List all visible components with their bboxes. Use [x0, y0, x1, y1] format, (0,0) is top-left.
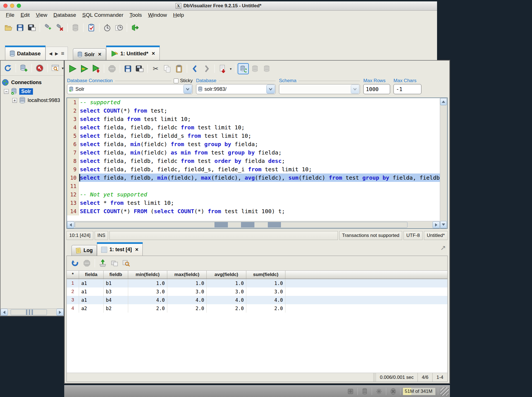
window-fit-icon[interactable]	[346, 387, 355, 396]
titlebar[interactable]: X DbVisualizer Free 9.2.15 - Untitled*	[0, 1, 437, 11]
editor-line[interactable]: 6select fielda, min(fieldc) from test gr…	[67, 140, 440, 148]
grid-column-header[interactable]: fieldb	[104, 271, 128, 279]
scroll-right-icon[interactable]	[433, 221, 440, 228]
grid-cell[interactable]: 3.0	[167, 287, 207, 296]
tab-result-close-icon[interactable]: ×	[135, 246, 139, 253]
grid-cell[interactable]: b1	[104, 279, 128, 287]
grid-column-header[interactable]: min(fieldc)	[128, 271, 167, 279]
status-database-icon[interactable]	[360, 387, 369, 396]
execute-buffer-icon[interactable]	[90, 63, 102, 74]
scroll-thumb[interactable]	[75, 222, 407, 228]
open-folder-icon[interactable]	[3, 22, 14, 33]
editor-line[interactable]: 1-- supported	[67, 98, 440, 106]
execute-icon[interactable]	[67, 63, 78, 74]
grid-cell[interactable]: 1.0	[246, 279, 285, 287]
schema-combobox[interactable]	[279, 84, 360, 94]
expand-icon[interactable]: +	[12, 98, 17, 103]
sticky-checkbox[interactable]	[174, 79, 178, 83]
grid-row[interactable]: 4a2b22.02.02.02.0	[67, 304, 447, 313]
disconnect-red-icon[interactable]	[34, 63, 45, 74]
copy-icon[interactable]	[162, 63, 173, 74]
grid-cell[interactable]: 2.0	[167, 304, 207, 313]
disconnect-icon[interactable]	[54, 22, 65, 33]
tab-database[interactable]: Database	[5, 47, 46, 60]
grid-cell[interactable]: 1.0	[207, 279, 246, 287]
grid-cell[interactable]: 1.0	[128, 279, 167, 287]
menu-edit[interactable]: Edit	[18, 11, 33, 19]
grid-print-icon[interactable]	[109, 258, 120, 269]
editor-line[interactable]: 13select * from test limit 10;	[67, 199, 440, 207]
maximize-results-icon[interactable]: ↗	[440, 244, 446, 252]
menu-file[interactable]: File	[3, 11, 18, 19]
import-icon[interactable]	[129, 22, 140, 33]
editor-line[interactable]: 4select fielda, fieldb, fieldc from test…	[67, 123, 440, 132]
editor-h-scrollbar[interactable]	[67, 221, 440, 228]
result-grid[interactable]: *fieldafieldbmin(fieldc)max(fieldc)avg(f…	[67, 270, 447, 373]
status-cancel-icon[interactable]	[388, 387, 398, 396]
grid-column-header[interactable]: *	[67, 271, 79, 279]
editor-line[interactable]: 2select COUNT(*) from test;	[67, 106, 440, 115]
nav-next-icon[interactable]: ▶	[55, 51, 58, 56]
stop-icon[interactable]	[106, 63, 118, 74]
scroll-right-icon[interactable]	[56, 309, 64, 316]
sql-editor[interactable]: 1-- supported2select COUNT(*) from test;…	[66, 98, 447, 229]
editor-line[interactable]: 11	[67, 182, 440, 190]
resize-grip[interactable]	[440, 387, 449, 396]
commit-dropdown-caret[interactable]: ▾	[230, 67, 232, 71]
grid-cell[interactable]: a1	[79, 296, 104, 304]
editor-line[interactable]: 9select fielda, fieldb, fieldc, fieldd_s…	[67, 165, 440, 173]
grid-cell[interactable]: 2.0	[246, 304, 285, 313]
scheduler-icon[interactable]	[113, 22, 125, 33]
grid-cell[interactable]: 4.0	[167, 296, 207, 304]
editor-lines[interactable]: 1-- supported2select COUNT(*) from test;…	[67, 98, 440, 215]
editor-line[interactable]: 10select fielda, fieldb, min(fieldc), ma…	[67, 173, 440, 182]
schema-dropdown-icon[interactable]	[351, 85, 359, 94]
menu-tools[interactable]: Tools	[127, 11, 145, 19]
find-dropdown-caret[interactable]: ▾	[62, 66, 64, 70]
clipboard-check-icon[interactable]	[86, 22, 97, 33]
tab-result-grid[interactable]: 1: test [4] ×	[97, 243, 143, 256]
menu-view[interactable]: View	[33, 11, 50, 19]
tab-untitled[interactable]: 1: Untitled* ×	[106, 47, 160, 60]
create-connection-icon[interactable]	[18, 63, 29, 74]
database-gray-icon[interactable]	[70, 22, 81, 33]
connections-h-scrollbar[interactable]	[1, 308, 64, 316]
editor-line[interactable]: 5select fielda, fieldb, fieldd_s from te…	[67, 132, 440, 140]
menu-sql-commander[interactable]: SQL Commander	[79, 11, 127, 19]
back-icon[interactable]	[189, 63, 201, 74]
tree-node-solr[interactable]: − Solr	[0, 87, 63, 96]
grid-cell[interactable]: 4.0	[246, 296, 285, 304]
tab-solr-close-icon[interactable]: ×	[98, 51, 101, 58]
connect-icon[interactable]	[42, 22, 53, 33]
grid-cell[interactable]: 3.0	[207, 287, 246, 296]
max-rows-input[interactable]	[363, 84, 390, 94]
save-icon[interactable]	[15, 22, 26, 33]
scroll-left-icon[interactable]	[1, 309, 8, 316]
grid-cell[interactable]: 2.0	[207, 304, 246, 313]
editor-line[interactable]: 8select fielda, fieldb, fieldc from test…	[67, 157, 440, 165]
grid-column-header[interactable]: avg(fieldc)	[207, 271, 246, 279]
grid-cell[interactable]: 2.0	[128, 304, 167, 313]
nav-prev-icon[interactable]: ◀	[49, 51, 53, 56]
menu-database[interactable]: Database	[50, 11, 79, 19]
grid-cell[interactable]: a1	[79, 279, 104, 287]
scroll-left-icon[interactable]	[67, 221, 74, 228]
database-combobox[interactable]: solr:9983/	[196, 84, 276, 94]
refresh-icon[interactable]	[2, 63, 13, 74]
grid-column-header[interactable]: fielda	[79, 271, 104, 279]
save-as-icon[interactable]	[26, 22, 37, 33]
row-number-cell[interactable]: 4	[67, 304, 79, 313]
status-settings-icon[interactable]	[374, 387, 384, 396]
grid-column-header[interactable]: max(fieldc)	[167, 271, 207, 279]
tab-log[interactable]: Log	[71, 245, 97, 256]
grid-cell[interactable]: b4	[104, 296, 128, 304]
forward-icon[interactable]	[201, 63, 212, 74]
paste-icon[interactable]	[173, 63, 185, 74]
scroll-down-icon[interactable]	[440, 221, 447, 228]
execute-current-icon[interactable]	[79, 63, 90, 74]
grid-row[interactable]: 1a1b11.01.01.01.0	[67, 279, 447, 287]
grid-cell[interactable]: a2	[79, 304, 104, 313]
save-icon[interactable]	[122, 63, 133, 74]
editor-v-scrollbar[interactable]	[440, 98, 447, 228]
connection-combobox[interactable]: Solr	[67, 84, 193, 94]
